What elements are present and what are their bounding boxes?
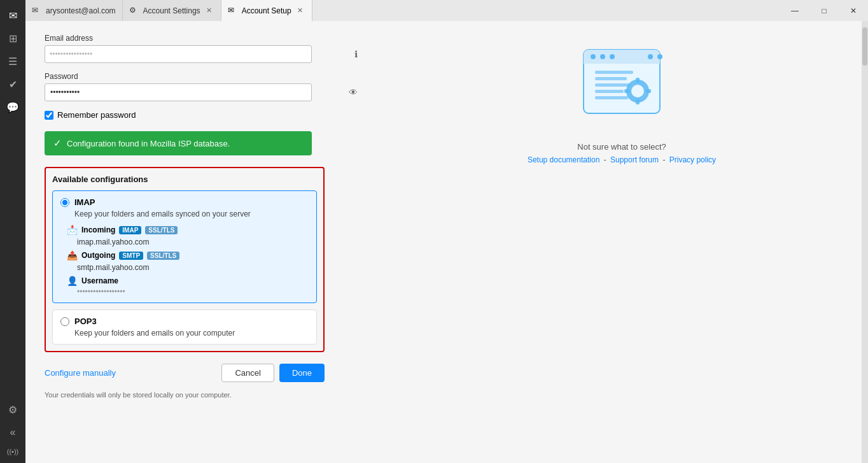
tab-setup-close[interactable]: ✕: [295, 6, 305, 16]
success-check-icon: ✓: [53, 138, 62, 149]
svg-rect-17: [624, 89, 629, 93]
main-area: ✉ arysontest@aol.com ⚙ Account Settings …: [25, 0, 868, 463]
help-links: Setup documentation - Support forum - Pr…: [528, 155, 716, 164]
success-banner: ✓ Configuration found in Mozilla ISP dat…: [45, 131, 312, 155]
remember-label: Remember password: [57, 110, 136, 120]
available-configs-title: Available configurations: [52, 175, 317, 184]
sidebar-item-calendar[interactable]: ⊞: [3, 28, 23, 48]
privacy-policy-link[interactable]: Privacy policy: [669, 155, 716, 164]
credentials-note: Your credentials will only be stored loc…: [45, 391, 325, 399]
svg-point-7: [657, 54, 662, 59]
sidebar: ✉ ⊞ ☰ ✔ 💬 ⚙ « ((•)): [0, 0, 25, 463]
svg-point-6: [648, 54, 653, 59]
collapse-icon[interactable]: «: [3, 422, 23, 443]
content-pane: Email address •••••••••••••••• ℹ Passwor…: [25, 21, 868, 463]
tab-bar: ✉ arysontest@aol.com ⚙ Account Settings …: [25, 0, 868, 21]
tab-settings-close[interactable]: ✕: [204, 6, 214, 16]
sidebar-item-tasks[interactable]: ✔: [3, 74, 23, 94]
sep2: -: [662, 155, 665, 164]
sep1: -: [604, 155, 606, 164]
username-row: 👤 Username: [67, 276, 309, 286]
info-icon[interactable]: ℹ: [354, 49, 358, 59]
outgoing-ssl-badge: SSL/TLS: [147, 252, 179, 260]
pop3-desc: Keep your folders and emails on your com…: [74, 329, 309, 338]
sidebar-item-chat[interactable]: 💬: [3, 97, 23, 117]
outgoing-server-row: 📤 Outgoing SMTP SSL/TLS: [67, 250, 309, 260]
password-form-group: Password 👁: [45, 72, 363, 101]
imap-config-card: IMAP Keep your folders and emails synced…: [52, 190, 317, 303]
username-label: Username: [81, 276, 118, 285]
settings-tab-icon: ⚙: [129, 6, 139, 16]
svg-point-14: [631, 85, 644, 97]
illustration: [571, 40, 673, 123]
svg-point-5: [610, 54, 615, 59]
configure-manually-link[interactable]: Configure manually: [45, 368, 116, 378]
not-sure-text: Not sure what to select?: [577, 142, 666, 152]
pop3-label: POP3: [74, 317, 97, 326]
svg-point-4: [600, 54, 605, 59]
available-configs-box: Available configurations IMAP Keep your …: [45, 167, 325, 352]
minimize-button[interactable]: —: [780, 0, 809, 21]
password-input[interactable]: [45, 83, 312, 101]
scroll-thumb[interactable]: [862, 27, 867, 66]
imap-option-row: IMAP: [60, 197, 309, 207]
setup-doc-link[interactable]: Setup documentation: [528, 155, 599, 164]
pop3-config-card: POP3 Keep your folders and emails on you…: [52, 310, 317, 345]
pop3-option-row: POP3: [60, 317, 309, 326]
ssl-tls-badge: SSL/TLS: [145, 226, 178, 234]
svg-rect-8: [595, 71, 633, 74]
svg-rect-11: [595, 90, 624, 93]
incoming-host: imap.mail.yahoo.com: [77, 238, 309, 246]
window-controls: — □ ✕: [780, 0, 868, 21]
sidebar-item-contacts[interactable]: ☰: [3, 51, 23, 71]
imap-radio[interactable]: [60, 198, 69, 207]
tab-setup-label: Account Setup: [242, 6, 291, 15]
right-panel: Not sure what to select? Setup documenta…: [382, 21, 862, 463]
setup-tab-icon: ✉: [228, 6, 238, 16]
email-label: Email address: [45, 34, 363, 43]
support-forum-link[interactable]: Support forum: [610, 155, 659, 164]
scrollbar[interactable]: [862, 21, 868, 463]
bottom-actions: Configure manually Cancel Done: [45, 364, 325, 382]
svg-rect-18: [646, 89, 651, 93]
action-buttons: Cancel Done: [221, 364, 325, 382]
outgoing-server-icon: 📤: [67, 250, 78, 260]
password-label: Password: [45, 72, 363, 81]
tab-email-account[interactable]: ✉ arysontest@aol.com: [25, 0, 123, 21]
imap-label: IMAP: [74, 197, 95, 207]
tab-account-settings[interactable]: ⚙ Account Settings ✕: [123, 0, 221, 21]
email-input[interactable]: [45, 45, 312, 63]
incoming-server-row: 📩 Incoming IMAP SSL/TLS: [67, 225, 309, 235]
remember-password-row: Remember password: [45, 110, 363, 120]
cancel-button[interactable]: Cancel: [221, 364, 274, 382]
svg-point-3: [591, 54, 596, 59]
outgoing-host: smtp.mail.yahoo.com: [77, 263, 309, 272]
email-form-group: Email address •••••••••••••••• ℹ: [45, 34, 363, 63]
svg-rect-12: [595, 96, 628, 99]
svg-rect-10: [595, 83, 630, 87]
done-button[interactable]: Done: [279, 364, 325, 382]
svg-rect-15: [636, 78, 640, 83]
close-button[interactable]: ✕: [839, 0, 868, 21]
settings-icon[interactable]: ⚙: [3, 399, 23, 420]
tab-email-label: arysontest@aol.com: [46, 6, 116, 15]
smtp-badge: SMTP: [119, 252, 143, 260]
svg-rect-9: [595, 77, 627, 80]
email-input-wrapper: •••••••••••••••• ℹ: [45, 45, 363, 63]
pop3-radio[interactable]: [60, 317, 69, 326]
remember-checkbox[interactable]: [45, 111, 53, 120]
imap-badge: IMAP: [119, 226, 141, 234]
incoming-server-icon: 📩: [67, 225, 78, 235]
outgoing-label: Outgoing: [81, 251, 115, 260]
username-value: ••••••••••••••••••: [77, 287, 309, 296]
svg-rect-16: [636, 99, 640, 104]
sidebar-item-email[interactable]: ✉: [3, 5, 23, 25]
username-icon: 👤: [67, 276, 78, 286]
left-panel: Email address •••••••••••••••• ℹ Passwor…: [25, 21, 382, 463]
tab-account-setup[interactable]: ✉ Account Setup ✕: [221, 0, 312, 21]
imap-desc: Keep your folders and emails synced on y…: [74, 210, 309, 218]
maximize-button[interactable]: □: [809, 0, 839, 21]
email-tab-icon: ✉: [32, 6, 42, 16]
show-password-icon[interactable]: 👁: [349, 87, 358, 97]
wifi-icon: ((•)): [3, 445, 23, 458]
